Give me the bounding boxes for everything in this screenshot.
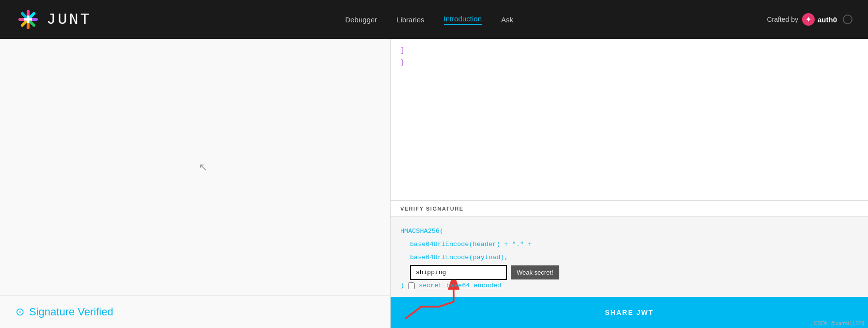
bracket-text: ] bbox=[400, 47, 404, 54]
navbar-center: Debugger Libraries Introduction Ask bbox=[345, 15, 513, 25]
right-panel: ] } VERIFY SIGNATURE bbox=[391, 39, 868, 328]
brace-text: } bbox=[400, 59, 404, 66]
svg-rect-9 bbox=[24, 18, 32, 21]
code-area: ] } bbox=[391, 39, 868, 200]
closing-paren: ) bbox=[400, 282, 404, 289]
nav-introduction[interactable]: Introduction bbox=[444, 15, 482, 25]
signature-verified-text: Signature Verified bbox=[29, 306, 113, 318]
nav-libraries[interactable]: Libraries bbox=[396, 16, 425, 24]
share-jwt-button[interactable]: SHARE JWT bbox=[391, 297, 868, 328]
base64-encoded-row: ) secret base64 encoded bbox=[400, 282, 858, 289]
secret-input[interactable] bbox=[410, 265, 507, 280]
base64-payload-line: base64UrlEncode(payload), bbox=[400, 251, 858, 264]
left-panel: ↖ ⊙ Signature Verified bbox=[0, 39, 391, 328]
auth0-circle-icon bbox=[843, 15, 852, 24]
crafted-by-text: Crafted by bbox=[767, 16, 798, 23]
watermark: CSDN @carrot11223 bbox=[814, 320, 864, 326]
main-content: ↖ ⊙ Signature Verified ] } VERIFY SIGNAT… bbox=[0, 39, 868, 328]
verify-section: VERIFY SIGNATURE HMACSHA25 bbox=[391, 200, 868, 297]
logo-text: JUNT bbox=[47, 11, 92, 29]
verified-checkmark-icon: ⊙ bbox=[16, 306, 24, 318]
base64-encoded-label[interactable]: secret base64 encoded bbox=[419, 282, 501, 289]
code-brace-line: } bbox=[400, 57, 858, 69]
verify-header: VERIFY SIGNATURE bbox=[391, 201, 868, 217]
navbar-left: JUNT bbox=[16, 7, 92, 32]
base64-header-line: base64UrlEncode(header) + "." + bbox=[400, 238, 858, 251]
cursor-icon: ↖ bbox=[199, 161, 207, 174]
navbar: JUNT Debugger Libraries Introduction Ask… bbox=[0, 0, 868, 39]
secret-input-row: Weak secret! bbox=[400, 265, 858, 280]
hmac-line: HMACSHA256( bbox=[400, 225, 858, 238]
verify-code-block: HMACSHA256( base64UrlEncode(header) + ".… bbox=[391, 217, 868, 297]
signature-verified-bar: ⊙ Signature Verified bbox=[0, 295, 390, 328]
nav-ask[interactable]: Ask bbox=[501, 16, 513, 24]
auth0-badge: ✦ auth0 bbox=[802, 13, 837, 26]
auth0-label: auth0 bbox=[818, 16, 837, 24]
weak-secret-button[interactable]: Weak secret! bbox=[511, 265, 559, 279]
left-panel-inner: ↖ bbox=[0, 39, 390, 295]
base64-checkbox[interactable] bbox=[408, 282, 415, 289]
navbar-right: Crafted by ✦ auth0 bbox=[767, 13, 852, 26]
nav-debugger[interactable]: Debugger bbox=[345, 16, 377, 24]
code-bracket-line: ] bbox=[400, 45, 858, 57]
auth0-star-icon: ✦ bbox=[802, 13, 815, 26]
jwt-logo-icon bbox=[16, 7, 41, 32]
